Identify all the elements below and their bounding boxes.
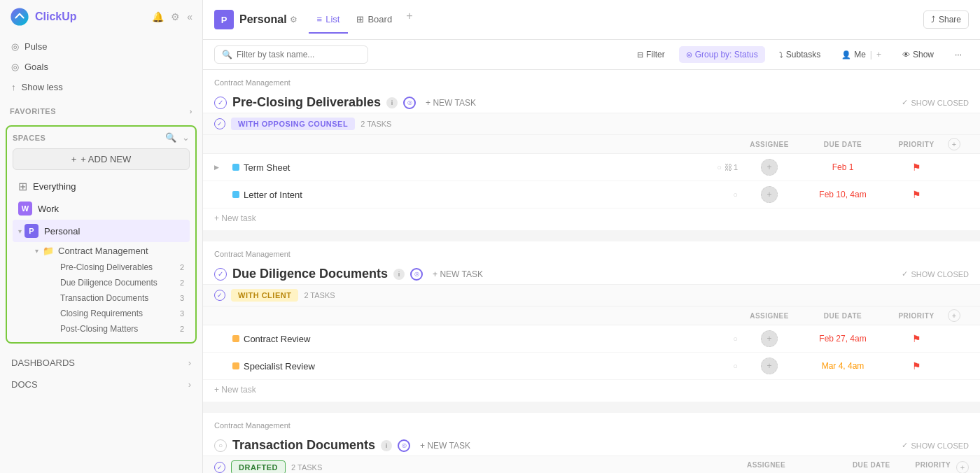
target-due-diligence[interactable]: ◎ — [410, 268, 423, 281]
new-task-row-0: + New task — [203, 209, 980, 230]
sidebar-item-dashboards[interactable]: DASHBOARDS › — [0, 352, 202, 374]
group-by-button[interactable]: ⊜ Group by: Status — [679, 46, 765, 63]
add-column-1[interactable]: + — [948, 309, 960, 322]
list-icon: ≡ — [317, 14, 323, 24]
more-button[interactable]: ··· — [948, 46, 969, 63]
sub-item-due-diligence[interactable]: Due Diligence Documents 2 — [55, 275, 190, 290]
task-duedate-3[interactable]: Mar 4, 4am — [801, 361, 885, 371]
sub-item-post-closing[interactable]: Post-Closing Matters 2 — [55, 321, 190, 337]
show-closed-label-2: SHOW CLOSED — [911, 442, 969, 450]
task-duedate-1[interactable]: Feb 10, 4am — [801, 190, 885, 199]
info-due-diligence[interactable]: i — [393, 269, 405, 280]
collapse-pre-closing[interactable]: ✓ — [214, 97, 227, 109]
target-transaction[interactable]: ◎ — [398, 439, 410, 452]
task-name-2[interactable]: Contract Review — [244, 334, 729, 344]
sidebar-item-everything[interactable]: ⊞ Everything — [13, 176, 190, 197]
assignee-avatar-0[interactable]: + — [761, 159, 778, 176]
bell-icon[interactable]: 🔔 — [152, 11, 164, 22]
info-pre-closing[interactable]: i — [386, 97, 398, 108]
add-column-2[interactable]: + — [956, 461, 969, 473]
section-title-1: Due Diligence Documents — [232, 267, 388, 281]
add-new-button[interactable]: + + ADD NEW — [13, 148, 190, 170]
folder-contract-management[interactable]: ▾ 📁 Contract Management ··· + — [29, 242, 190, 260]
add-tab-button[interactable]: + — [400, 6, 418, 34]
show-button[interactable]: 👁 Show — [895, 46, 941, 63]
sidebar-item-pulse[interactable]: ◎ Pulse — [0, 36, 202, 57]
sidebar-item-docs[interactable]: DOCS › — [0, 374, 202, 395]
sidebar-item-personal[interactable]: ▾ P Personal — [13, 220, 190, 242]
me-button[interactable]: 👤 Me | + — [834, 46, 888, 63]
sub-item-label-2: Transaction Documents — [60, 293, 148, 303]
me-separator: | — [870, 50, 872, 59]
sidebar-item-work[interactable]: W Work — [13, 197, 190, 220]
filter-button[interactable]: ⊟ Filter — [630, 46, 672, 63]
show-closed-btn-0[interactable]: ✓ SHOW CLOSED — [902, 98, 969, 107]
assignee-avatar-2[interactable]: + — [761, 330, 778, 347]
show-closed-btn-1[interactable]: ✓ SHOW CLOSED — [902, 269, 969, 278]
spaces-chevron-icon[interactable]: ⌄ — [182, 132, 190, 143]
tab-list[interactable]: ≡ List — [309, 6, 349, 34]
section-label-1: Contract Management — [214, 250, 969, 258]
sidebar-bottom: DASHBOARDS › DOCS › — [0, 349, 202, 398]
sidebar-navigation: ◎ Pulse ◎ Goals ↑ Show less — [0, 34, 202, 100]
collapse-sidebar-icon[interactable]: « — [187, 11, 192, 22]
tab-board[interactable]: ⊞ Board — [348, 6, 400, 34]
sidebar-item-goals[interactable]: ◎ Goals — [0, 57, 202, 77]
search-input[interactable] — [237, 50, 360, 59]
assignee-avatar-1[interactable]: + — [761, 186, 778, 203]
group-badge-drafted: DRAFTED — [231, 460, 286, 473]
folder-more-icon[interactable]: ··· — [153, 246, 159, 256]
task-duedate-2[interactable]: Feb 27, 4am — [801, 334, 885, 344]
group-client: ✓ WITH CLIENT 2 TASKS — [203, 284, 980, 306]
new-task-link-0[interactable]: + NEW TASK — [421, 97, 480, 109]
folder-add-icon[interactable]: + — [162, 246, 167, 256]
task-expand-0[interactable]: ▶ — [214, 164, 228, 171]
assignee-avatar-3[interactable]: + — [761, 358, 778, 374]
topbar-right: ⤴ Share — [923, 10, 969, 29]
new-task-link-2[interactable]: + NEW TASK — [416, 439, 475, 452]
new-task-btn-0[interactable]: + New task — [214, 213, 256, 223]
collapse-due-diligence[interactable]: ✓ — [214, 268, 227, 281]
sub-item-transaction[interactable]: Transaction Documents 3 — [55, 290, 190, 306]
target-pre-closing[interactable]: ◎ — [403, 97, 416, 109]
sub-item-pre-closing[interactable]: Pre-Closing Deliverables 2 — [55, 260, 190, 275]
section-actions-2: ✓ SHOW CLOSED — [902, 441, 969, 450]
spaces-search-icon[interactable]: 🔍 — [165, 132, 176, 143]
new-task-btn-1[interactable]: + New task — [214, 385, 256, 395]
sub-item-count-4: 2 — [180, 325, 184, 333]
collapse-drafted[interactable]: ✓ — [214, 462, 225, 473]
drafted-col-actions: ASSIGNEE DUE DATE PRIORITY + — [747, 461, 969, 473]
collapse-transaction[interactable]: ○ — [214, 439, 227, 452]
show-label: Show — [913, 50, 934, 59]
task-assignee-0: + — [738, 159, 801, 176]
collapse-client[interactable]: ✓ — [214, 290, 225, 301]
task-name-0[interactable]: Term Sheet — [244, 162, 713, 173]
info-transaction[interactable]: i — [381, 440, 392, 451]
task-name-3[interactable]: Specialist Review — [244, 361, 729, 372]
task-color-0 — [232, 164, 239, 171]
board-tab-label: Board — [368, 14, 392, 24]
share-button[interactable]: ⤴ Share — [923, 10, 969, 29]
check-icon-0: ✓ — [902, 98, 908, 107]
task-duedate-0[interactable]: Feb 1 — [801, 162, 885, 172]
add-column-0[interactable]: + — [948, 138, 960, 150]
share-label: Share — [939, 15, 961, 24]
search-box[interactable]: 🔍 — [214, 45, 368, 64]
settings-icon[interactable]: ⚙ — [171, 11, 180, 22]
section-actions-0: ✓ SHOW CLOSED — [902, 98, 969, 107]
goals-icon: ◎ — [11, 62, 19, 72]
task-assignee-1: + — [738, 186, 801, 203]
subtasks-button[interactable]: ⤵ Subtasks — [772, 46, 827, 63]
new-task-link-1[interactable]: + NEW TASK — [428, 268, 487, 281]
space-settings-icon[interactable]: ⚙ — [290, 15, 298, 24]
sidebar-item-show-less[interactable]: ↑ Show less — [0, 77, 202, 97]
sub-item-closing-req[interactable]: Closing Requirements 3 — [55, 306, 190, 321]
folder-section: ▾ 📁 Contract Management ··· + Pre-Closin… — [29, 242, 190, 337]
show-closed-btn-2[interactable]: ✓ SHOW CLOSED — [902, 441, 969, 450]
section-transaction: Contract Management ○ Transaction Docume… — [203, 413, 980, 473]
folder-icon: 📁 — [43, 246, 54, 256]
section-title-row-2: ○ Transaction Documents i ◎ + NEW TASK ✓… — [203, 434, 980, 456]
collapse-opposing[interactable]: ✓ — [214, 118, 225, 129]
favorites-chevron-icon[interactable]: › — [190, 107, 192, 115]
task-name-1[interactable]: Letter of Intent — [244, 190, 729, 200]
